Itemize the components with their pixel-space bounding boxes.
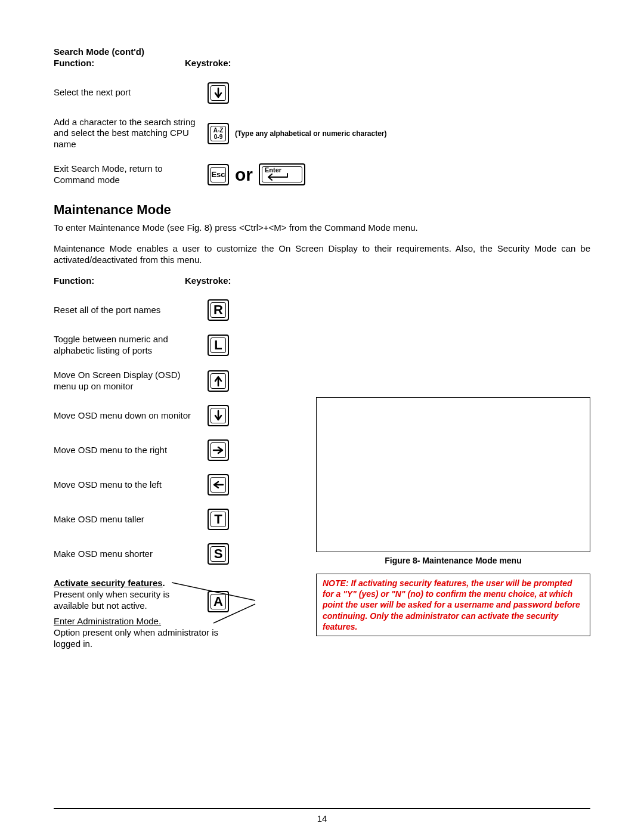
r-key-icon: R — [208, 299, 229, 321]
table-row: Move On Screen Display (OSD) menu up on … — [54, 370, 590, 392]
maint-function-header: Function: — [54, 275, 185, 287]
esc-key-label: Esc — [211, 171, 225, 178]
function-text: Make OSD menu taller — [54, 514, 208, 525]
function-text: Move OSD menu down on monitor — [54, 410, 208, 422]
page-number: 14 — [0, 813, 644, 823]
left-arrow-key-icon — [208, 474, 229, 496]
alphanumeric-key-icon: A-Z 0-9 — [208, 123, 229, 144]
admin-label: Enter Administration Mode. — [54, 616, 161, 626]
footer-divider — [54, 808, 590, 809]
table-row: Reset all of the port names R — [54, 299, 590, 321]
esc-key-icon: Esc — [208, 164, 229, 185]
right-arrow-key-icon — [208, 439, 229, 461]
down-arrow-key-icon — [208, 405, 229, 426]
function-text: Exit Search Mode, return to Command mode — [54, 163, 208, 186]
up-arrow-key-icon — [208, 370, 229, 392]
t-key-icon: T — [208, 509, 229, 530]
table-row: Add a character to the search string and… — [54, 117, 590, 150]
table-row: Exit Search Mode, return to Command mode… — [54, 163, 590, 186]
maintenance-mode-heading: Maintenance Mode — [54, 202, 590, 218]
or-label: or — [235, 165, 253, 185]
function-text: Move OSD menu to the right — [54, 445, 208, 456]
search-function-header: Function: — [54, 58, 185, 69]
figure-8-box — [316, 397, 590, 552]
function-text: Reset all of the port names — [54, 305, 208, 316]
search-keystroke-header: Keystroke: — [185, 58, 231, 69]
down-arrow-key-icon — [208, 82, 229, 104]
s-key-icon: S — [208, 543, 229, 565]
function-text: Move On Screen Display (OSD) menu up on … — [54, 370, 208, 392]
search-mode-heading: Search Mode (cont'd) — [54, 47, 590, 58]
key-label-bottom: 0-9 — [214, 134, 222, 140]
l-key-icon: L — [208, 335, 229, 356]
function-text: Toggle between numeric and alphabetic li… — [54, 334, 208, 357]
figure-8-caption: Figure 8- Maintenance Mode menu — [316, 556, 590, 565]
table-row: Select the next port — [54, 82, 590, 104]
function-text: Add a character to the search string and… — [54, 117, 208, 150]
maintenance-intro: To enter Maintenance Mode (see Fig. 8) p… — [54, 222, 590, 234]
figure-8-note: NOTE: If activating security features, t… — [316, 574, 590, 636]
function-text: Make OSD menu shorter — [54, 549, 208, 560]
maint-keystroke-header: Keystroke: — [185, 275, 231, 287]
admin-desc: Option present only when administrator i… — [54, 627, 218, 649]
table-row: Toggle between numeric and alphabetic li… — [54, 334, 590, 357]
maintenance-desc: Maintenance Mode enables a user to custo… — [54, 243, 590, 266]
security-label: Activate security features — [54, 578, 163, 588]
function-text: Move OSD menu to the left — [54, 479, 208, 491]
key-label-top: A-Z — [213, 127, 224, 134]
security-desc: Present only when security is available … — [54, 589, 169, 611]
function-text: Select the next port — [54, 87, 208, 98]
enter-key-icon: Enter — [259, 163, 305, 185]
type-any-char-note: (Type any alphabetical or numeric charac… — [235, 129, 387, 138]
